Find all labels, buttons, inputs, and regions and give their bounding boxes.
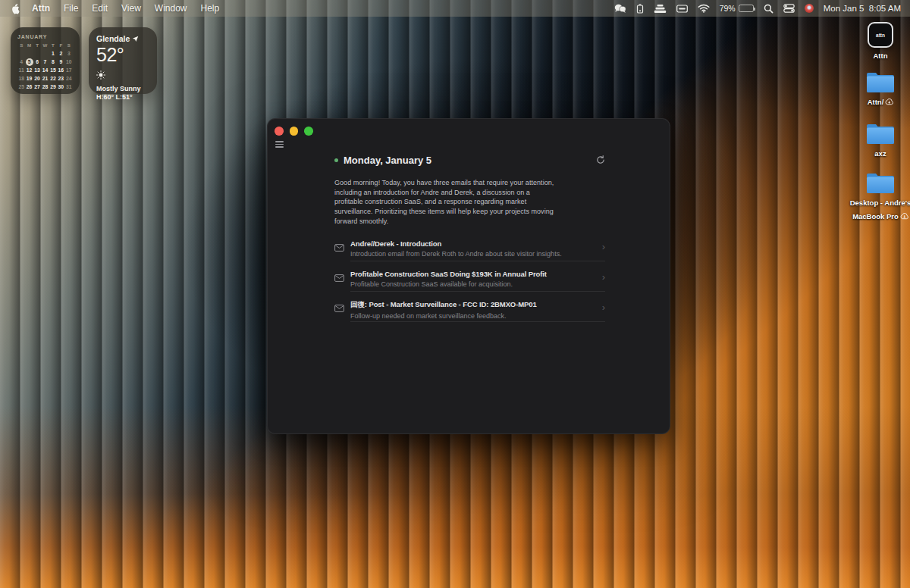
refresh-button[interactable] bbox=[595, 154, 607, 166]
calendar-day: 21 bbox=[41, 75, 49, 83]
calendar-day: 9 bbox=[57, 58, 64, 66]
close-button[interactable] bbox=[275, 127, 284, 136]
folder-icon bbox=[866, 71, 895, 94]
chevron-right-icon: › bbox=[602, 272, 605, 282]
email-list-item[interactable]: Andre//Derek - Introduction Introduction… bbox=[334, 239, 605, 270]
email-title: Andre//Derek - Introduction bbox=[350, 239, 605, 248]
desktop: { "menu_bar": { "menus": ["Attn", "File"… bbox=[0, 0, 910, 588]
calendar-day: 29 bbox=[49, 83, 57, 91]
zoom-button[interactable] bbox=[304, 127, 313, 136]
calendar-grid: SMTWTFS123456789101112131415161718192021… bbox=[17, 42, 73, 91]
control-center-icon[interactable] bbox=[783, 4, 795, 13]
calendar-day: 11 bbox=[17, 67, 25, 74]
menu-window[interactable]: Window bbox=[148, 3, 194, 14]
email-subtitle: Profitable Construction SaaS available f… bbox=[350, 280, 605, 288]
desktop-icon-label: Attn bbox=[874, 52, 888, 60]
weather-temperature: 52° bbox=[96, 44, 149, 66]
apple-menu[interactable] bbox=[9, 3, 25, 14]
apple-icon bbox=[11, 3, 20, 14]
email-list: Andre//Derek - Introduction Introduction… bbox=[334, 239, 605, 330]
calendar-day-header: T bbox=[49, 42, 57, 49]
desktop-icon-label: axz bbox=[874, 149, 886, 158]
calendar-widget[interactable]: JANUARY SMTWTFS1234567891011121314151617… bbox=[11, 27, 80, 94]
calendar-day-header: M bbox=[26, 42, 33, 49]
menu-edit[interactable]: Edit bbox=[85, 3, 115, 14]
calendar-day: 27 bbox=[33, 83, 41, 91]
menu-bar-left: Attn File Edit View Window Help bbox=[9, 3, 226, 14]
menu-help[interactable]: Help bbox=[194, 3, 227, 14]
calendar-day: 19 bbox=[26, 75, 33, 83]
email-subtitle: Introduction email from Derek Roth to An… bbox=[350, 250, 605, 258]
calendar-day bbox=[26, 50, 33, 58]
envelope-icon bbox=[334, 270, 350, 300]
calendar-day: 15 bbox=[49, 67, 57, 74]
email-list-item[interactable]: 回復: Post - Market Surveillance - FCC ID:… bbox=[334, 300, 605, 330]
calendar-day: 31 bbox=[65, 83, 73, 91]
window-controls bbox=[275, 127, 313, 136]
device-status-icon[interactable] bbox=[636, 4, 644, 14]
weather-high-low: H:60° L:51° bbox=[96, 93, 149, 101]
calendar-day-header: T bbox=[33, 42, 41, 49]
date-heading: Monday, January 5 bbox=[344, 155, 431, 166]
menu-bar-app-icon[interactable] bbox=[805, 4, 814, 13]
daily-summary-text: Good morning! Today, you have three emai… bbox=[334, 178, 559, 227]
status-dot bbox=[334, 158, 338, 162]
location-arrow-icon bbox=[132, 36, 139, 42]
folder-icon bbox=[866, 172, 895, 195]
chevron-right-icon: › bbox=[602, 302, 605, 312]
calendar-day: 30 bbox=[57, 83, 64, 91]
menu-toggle-button[interactable] bbox=[275, 141, 284, 148]
attn-app-icon: attn bbox=[868, 22, 893, 48]
calendar-day: 16 bbox=[57, 67, 64, 74]
chat-bubbles-icon[interactable] bbox=[614, 4, 626, 13]
calendar-day: 24 bbox=[65, 75, 73, 83]
calendar-day: 13 bbox=[33, 67, 41, 74]
calendar-day bbox=[41, 50, 49, 58]
weather-widget[interactable]: Glendale 52° Mostly Sunny H:60° L:51° bbox=[89, 27, 157, 94]
calendar-day: 12 bbox=[26, 67, 33, 74]
email-list-item[interactable]: Profitable Construction SaaS Doing $193K… bbox=[334, 270, 605, 300]
wifi-icon[interactable] bbox=[698, 4, 710, 13]
calendar-day: 26 bbox=[26, 83, 33, 91]
menu-bar: Attn File Edit View Window Help bbox=[0, 0, 910, 17]
stack-icon[interactable] bbox=[654, 4, 667, 14]
battery-indicator[interactable]: 79% bbox=[720, 4, 754, 13]
envelope-icon bbox=[334, 239, 350, 270]
calendar-day: 20 bbox=[33, 75, 41, 83]
weather-condition: Mostly Sunny bbox=[96, 85, 149, 92]
menu-file[interactable]: File bbox=[57, 3, 85, 14]
calendar-day: 23 bbox=[57, 75, 64, 83]
desktop-icon-desktop-folder[interactable]: Desktop - Andre's MacBook Pro bbox=[848, 172, 910, 223]
calendar-day-header: F bbox=[57, 42, 64, 49]
calendar-day: 22 bbox=[49, 75, 57, 83]
calendar-day: 7 bbox=[41, 58, 49, 66]
calendar-day: 17 bbox=[65, 67, 73, 74]
attn-app-window: Monday, January 5 Good morning! Today, y… bbox=[267, 118, 670, 434]
calendar-day: 1 bbox=[49, 50, 57, 58]
calendar-selected-day: 5 bbox=[26, 58, 33, 66]
menu-app-name[interactable]: Attn bbox=[25, 3, 57, 14]
calendar-day: 14 bbox=[41, 67, 49, 74]
minimize-button[interactable] bbox=[290, 127, 299, 136]
desktop-icon-axz-folder[interactable]: axz bbox=[848, 123, 910, 159]
menu-view[interactable]: View bbox=[115, 3, 148, 14]
calendar-day-header: W bbox=[41, 42, 49, 49]
spotlight-search-icon[interactable] bbox=[764, 4, 774, 14]
desktop-icon-attn-app[interactable]: attn Attn bbox=[848, 22, 910, 61]
calendar-day: 18 bbox=[17, 75, 25, 83]
calendar-day-header: S bbox=[17, 42, 25, 49]
desktop-icon-label: Attn/ bbox=[868, 98, 884, 106]
menu-bar-clock[interactable]: Mon Jan 5 8:05 AM bbox=[824, 4, 901, 13]
folder-icon bbox=[866, 123, 895, 145]
icloud-download-icon bbox=[885, 95, 893, 108]
calendar-day bbox=[33, 50, 41, 58]
battery-percent: 79% bbox=[720, 4, 736, 13]
chevron-right-icon: › bbox=[602, 242, 605, 252]
calendar-month-label: JANUARY bbox=[17, 34, 73, 39]
keyboard-icon[interactable] bbox=[676, 5, 688, 13]
calendar-day-header: S bbox=[65, 42, 73, 49]
calendar-day: 6 bbox=[33, 58, 41, 66]
date-heading-row: Monday, January 5 bbox=[334, 155, 431, 166]
calendar-day: 4 bbox=[17, 58, 25, 66]
desktop-icon-attn-folder[interactable]: Attn/ bbox=[848, 71, 910, 108]
